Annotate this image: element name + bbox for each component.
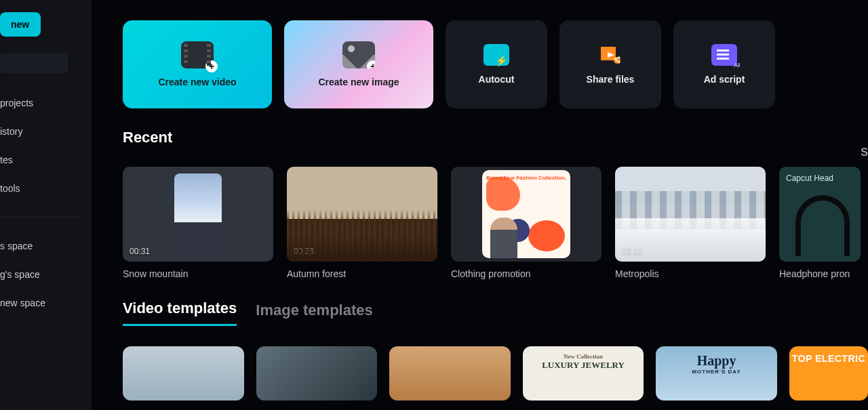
sidebar-divider xyxy=(0,217,82,218)
recent-header: Recent S xyxy=(123,129,868,146)
tab-image-templates[interactable]: Image templates xyxy=(256,302,372,326)
headphone-caption: Capcut Head xyxy=(786,173,854,183)
ad-script-card[interactable]: Ad script xyxy=(673,20,775,108)
recent-title: Snow mountain xyxy=(123,268,273,279)
sidebar-item-templates[interactable]: tes xyxy=(0,148,92,172)
create-new-video-card[interactable]: + Create new video xyxy=(123,20,272,108)
share-icon xyxy=(597,44,623,66)
create-new-video-label: Create new video xyxy=(158,77,236,87)
autocut-icon xyxy=(484,44,509,66)
template-card[interactable]: New Collection LUXURY JEWELRY xyxy=(523,346,644,401)
template-card[interactable] xyxy=(123,346,244,401)
duration-badge: 02:10 xyxy=(622,247,642,256)
recent-title: Metropolis xyxy=(615,268,766,279)
create-new-image-label: Create new image xyxy=(318,77,399,87)
plus-badge-icon: + xyxy=(367,60,375,68)
sidebar-new-space[interactable]: new space xyxy=(0,291,92,315)
duration-badge: 00:31 xyxy=(130,247,150,256)
template-label: TOP ELECTRIC xyxy=(792,353,865,364)
recent-item[interactable]: 00:26 Autumn forest xyxy=(287,167,437,279)
recent-title: Headphone pron xyxy=(779,268,861,279)
tab-video-templates[interactable]: Video templates xyxy=(123,300,237,326)
share-files-card[interactable]: Share files xyxy=(559,20,661,108)
recent-item[interactable]: 02:10 Metropolis xyxy=(615,167,766,279)
sidebar-item-history[interactable]: istory xyxy=(0,119,92,144)
ad-script-label: Ad script xyxy=(704,74,745,85)
autocut-card[interactable]: Autocut xyxy=(446,20,547,108)
template-label: LUXURY JEWELRY xyxy=(542,360,625,371)
sidebar-search[interactable] xyxy=(0,53,68,73)
sidebar-item-projects[interactable]: projects xyxy=(0,91,92,115)
recent-row: 00:31 Snow mountain 00:26 Autumn forest … xyxy=(123,167,868,279)
template-label: Happy xyxy=(692,353,741,369)
create-new-image-card[interactable]: + Create new image xyxy=(284,20,433,108)
recent-thumbnail: Brand New Fashion Collection. xyxy=(451,167,601,262)
template-kicker: New Collection xyxy=(542,353,625,360)
recent-item[interactable]: 00:31 Snow mountain xyxy=(123,167,273,279)
picture-icon: + xyxy=(342,41,375,68)
template-card[interactable] xyxy=(256,346,378,401)
sidebar: new projects istory tes tools s space g'… xyxy=(0,0,92,410)
template-tabs: Video templates Image templates xyxy=(123,300,868,326)
recent-sort[interactable]: S xyxy=(861,146,868,159)
sidebar-space-2[interactable]: g's space xyxy=(0,262,92,287)
recent-thumbnail: 00:31 xyxy=(123,167,273,262)
template-card[interactable]: Happy MOTHER'S DAY xyxy=(656,346,777,401)
duration-badge: 00:26 xyxy=(294,247,314,256)
recent-thumbnail: Capcut Head xyxy=(779,167,861,262)
actions-row: + Create new video + Create new image Au… xyxy=(123,20,868,108)
recent-item[interactable]: Brand New Fashion Collection. Clothing p… xyxy=(451,167,601,279)
sidebar-space-1[interactable]: s space xyxy=(0,234,92,258)
recent-thumbnail: 00:26 xyxy=(287,167,437,262)
recent-heading: Recent xyxy=(123,129,868,146)
recent-title: Clothing promotion xyxy=(451,268,601,279)
recent-title: Autumn forest xyxy=(287,268,437,279)
recent-thumbnail: 02:10 xyxy=(615,167,766,262)
template-card[interactable]: TOP ELECTRIC xyxy=(789,346,868,401)
share-files-label: Share files xyxy=(587,74,635,85)
template-subtitle: MOTHER'S DAY xyxy=(692,369,741,375)
film-icon: + xyxy=(181,41,214,68)
plus-badge-icon: + xyxy=(205,60,218,73)
recent-item[interactable]: Capcut Head Headphone pron xyxy=(779,167,861,279)
template-card[interactable] xyxy=(389,346,511,401)
sidebar-item-tools[interactable]: tools xyxy=(0,176,92,201)
main-content: + Create new video + Create new image Au… xyxy=(92,0,868,410)
autocut-label: Autocut xyxy=(479,74,515,85)
templates-row: New Collection LUXURY JEWELRY Happy MOTH… xyxy=(123,346,868,401)
create-new-button[interactable]: new xyxy=(0,12,41,37)
promo-text: Brand New Fashion Collection. xyxy=(486,176,566,182)
ad-script-icon xyxy=(711,44,737,66)
